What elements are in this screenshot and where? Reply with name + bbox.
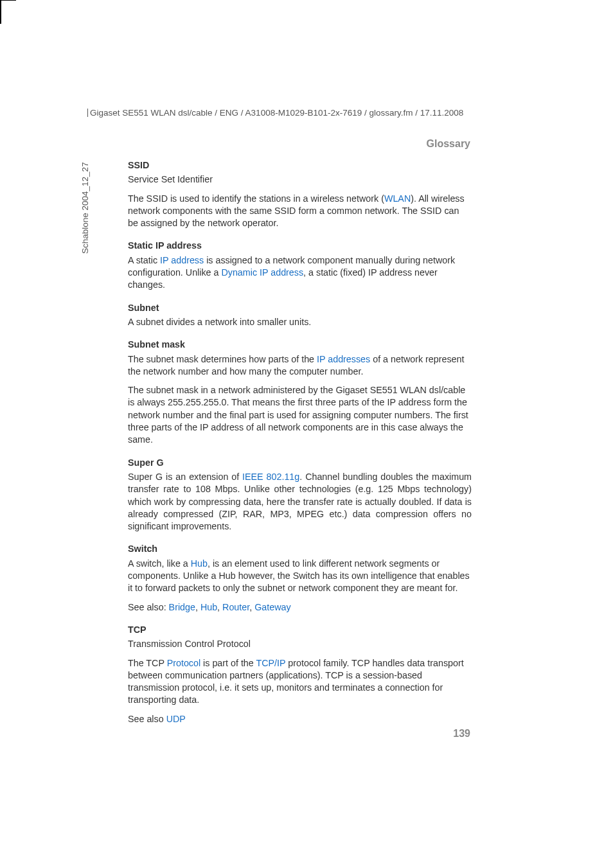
text: See also: [128,602,169,612]
link-hub-2[interactable]: Hub [200,602,217,612]
text: , [217,602,222,612]
link-wlan[interactable]: WLAN [384,193,411,204]
crop-mark [0,1,1,8]
ssid-body: The SSID is used to identify the station… [128,193,472,230]
page-number: 139 [453,728,470,740]
switch-body: A switch, like a Hub, is an element used… [128,558,472,595]
link-ip-addresses[interactable]: IP addresses [317,354,370,364]
subnet-body: A subnet divides a network into smaller … [128,316,472,328]
link-ip-address[interactable]: IP address [160,255,204,265]
text: , [249,602,254,612]
crop-mark [0,8,1,16]
tcp-seealso: See also UDP [128,713,472,725]
text: Super G is an extension of [128,472,242,482]
crop-mark [0,16,1,24]
text: is part of the [200,658,256,668]
text: See also [128,714,166,724]
link-dynamic-ip[interactable]: Dynamic IP address [221,267,303,278]
term-static-ip: Static IP address [128,240,472,252]
subnet-mask-body2: The subnet mask in a network administere… [128,384,472,446]
term-subnet-mask: Subnet mask [128,339,472,351]
static-ip-body: A static IP address is assigned to a net… [128,254,472,292]
switch-seealso: See also: Bridge, Hub, Router, Gateway [128,601,472,614]
subnet-mask-body1: The subnet mask determines how parts of … [128,353,472,378]
term-tcp: TCP [128,624,472,636]
text: , [195,602,200,612]
template-stamp: Schablone 2004_12_27 [80,162,90,254]
ssid-subtitle: Service Set Identifier [128,173,472,186]
text: A switch, like a [128,558,191,569]
link-gateway[interactable]: Gateway [254,602,290,612]
link-bridge[interactable]: Bridge [169,602,195,612]
tcp-body: The TCP Protocol is part of the TCP/IP p… [128,657,472,707]
term-switch: Switch [128,543,472,555]
link-protocol[interactable]: Protocol [167,658,200,668]
term-super-g: Super G [128,457,472,469]
link-udp[interactable]: UDP [166,714,186,724]
link-router[interactable]: Router [222,602,249,612]
glossary-content: SSID Service Set Identifier The SSID is … [128,159,472,725]
text: The SSID is used to identify the station… [128,193,384,204]
term-subnet: Subnet [128,302,472,314]
link-ieee-80211g[interactable]: IEEE 802.11g [242,472,299,482]
section-title: Glossary [427,138,470,150]
text: A static [128,255,160,265]
tcp-subtitle: Transmission Control Protocol [128,638,472,650]
text: The subnet mask determines how parts of … [128,354,317,364]
crop-mark [0,0,16,1]
document-path: Gigaset SE551 WLAN dsl/cable / ENG / A31… [90,108,463,118]
link-hub[interactable]: Hub [191,558,208,569]
super-g-body: Super G is an extension of IEEE 802.11g.… [128,471,472,533]
text: The TCP [128,658,167,668]
link-tcpip[interactable]: TCP/IP [256,658,286,668]
term-ssid: SSID [128,159,472,172]
